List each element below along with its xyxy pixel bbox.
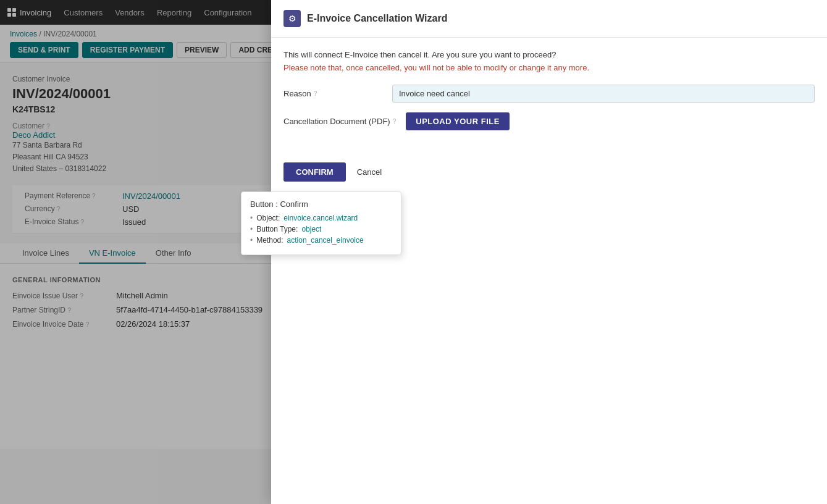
cancellation-doc-label: Cancellation Document (PDF) ? xyxy=(283,117,396,126)
upload-file-button[interactable]: UPLOAD YOUR FILE xyxy=(406,112,510,130)
modal-body: This will connect E-Invoice then cancel … xyxy=(271,38,827,153)
reason-help-icon[interactable]: ? xyxy=(314,90,317,97)
tooltip-bullet-0: • xyxy=(250,214,253,222)
tooltip-bullet-2: • xyxy=(250,236,253,245)
modal-wizard-icon: ⚙ xyxy=(283,10,301,27)
reason-input[interactable] xyxy=(392,85,815,103)
modal-title: E-Invoice Cancellation Wizard xyxy=(307,13,447,24)
modal-overlay[interactable]: ⚙ E-Invoice Cancellation Wizard This wil… xyxy=(0,0,827,504)
tooltip-item-0: • Object: einvoice.cancel.wizard xyxy=(250,214,392,222)
modal-footer: CONFIRM Cancel xyxy=(271,153,827,191)
confirm-button[interactable]: CONFIRM xyxy=(283,162,346,182)
reason-row: Reason ? xyxy=(283,85,815,103)
reason-label: Reason ? xyxy=(283,89,382,98)
modal-header: ⚙ E-Invoice Cancellation Wizard xyxy=(271,0,827,38)
cancellation-doc-help-icon[interactable]: ? xyxy=(393,118,397,125)
tooltip-val-2: action_cancel_einvoice xyxy=(287,236,364,245)
cancellation-doc-row: Cancellation Document (PDF) ? UPLOAD YOU… xyxy=(283,112,815,130)
tooltip-val-1: object xyxy=(301,225,321,233)
tooltip-bullet-1: • xyxy=(250,225,253,233)
cancel-button[interactable]: Cancel xyxy=(352,162,387,182)
tooltip-val-0: einvoice.cancel.wizard xyxy=(283,214,358,222)
tooltip-popup: Button : Confirm • Object: einvoice.canc… xyxy=(241,191,401,255)
tooltip-title: Button : Confirm xyxy=(250,200,392,209)
modal-warning: Please note that, once cancelled, you wi… xyxy=(283,63,815,72)
tooltip-item-2: • Method: action_cancel_einvoice xyxy=(250,236,392,245)
tooltip-item-1: • Button Type: object xyxy=(250,225,392,233)
modal-description: This will connect E-Invoice then cancel … xyxy=(283,50,815,59)
